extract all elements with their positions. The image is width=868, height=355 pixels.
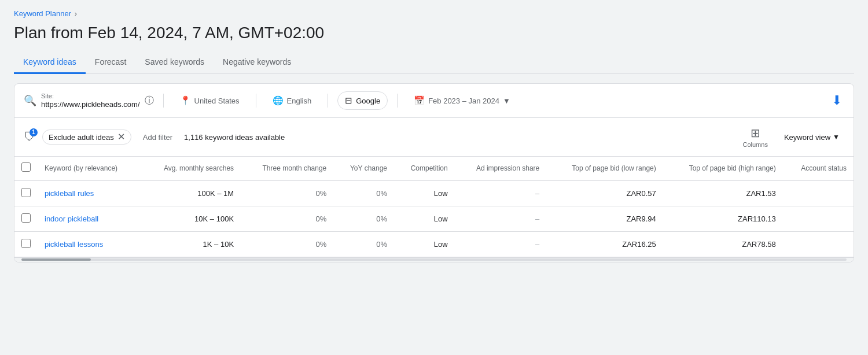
header-keyword: Keyword (by relevance) [38,157,141,180]
search-engine-button[interactable]: ⊟ Google [337,91,388,110]
scrollbar-thumb [21,258,91,261]
exclude-adult-chip[interactable]: Exclude adult ideas ✕ [42,130,131,145]
row-checkbox-cell[interactable] [14,206,38,231]
row-avg-monthly: 1K – 10K [141,231,241,257]
row-checkbox[interactable] [21,188,31,197]
row-checkbox-cell[interactable] [14,180,38,206]
table-row: pickleball lessons 1K – 10K 0% 0% Low – … [14,231,854,257]
separator-4 [397,94,398,108]
row-top-low: ZAR0.57 [546,180,663,206]
row-ad-impression: – [455,180,547,206]
row-top-high: ZAR78.58 [663,231,783,257]
location-label: United States [194,97,240,105]
columns-label: Columns [743,141,768,148]
row-top-low: ZAR9.94 [546,206,663,231]
search-engine-label: Google [356,97,380,105]
site-info: Site: https://www.pickleheads.com/ [41,93,140,109]
header-top-page-low: Top of page bid (low range) [546,157,663,180]
table-row: pickleball rules 100K – 1M 0% 0% Low – Z… [14,180,854,206]
row-yoy: 0% [333,180,394,206]
search-box: 🔍 Site: https://www.pickleheads.com/ ⓘ [24,93,154,109]
row-keyword[interactable]: indoor pickleball [38,206,141,231]
row-account-status [783,231,854,257]
row-account-status [783,206,854,231]
row-top-low: ZAR16.25 [546,231,663,257]
header-avg-monthly: Avg. monthly searches [141,157,241,180]
filter-icon-wrap: ⛉ 1 [24,131,35,144]
columns-button[interactable]: ⊞ Columns [738,124,773,150]
filter-bar: ⛉ 1 Exclude adult ideas ✕ Add filter 1,1… [14,118,854,157]
date-range-label: Feb 2023 – Jan 2024 [428,97,499,105]
keyword-count: 1,116 keyword ideas available [184,133,285,142]
site-url: https://www.pickleheads.com/ [41,100,140,109]
row-competition: Low [394,206,455,231]
select-all-checkbox[interactable] [21,162,31,172]
row-keyword[interactable]: pickleball lessons [38,231,141,257]
location-button[interactable]: 📍 United States [173,92,247,109]
separator-3 [328,94,328,108]
separator-1 [163,94,164,108]
breadcrumb-arrow: › [75,9,77,18]
row-top-high: ZAR1.53 [663,180,783,206]
header-yoy-change: YoY change [333,157,394,180]
row-three-month: 0% [241,231,333,257]
row-ad-impression: – [455,231,547,257]
breadcrumb[interactable]: Keyword Planner › [14,9,854,18]
exclude-adult-label: Exclude adult ideas [49,133,114,142]
breadcrumb-label: Keyword Planner [14,9,71,18]
header-three-month: Three month change [241,157,333,180]
tab-negative-keywords[interactable]: Negative keywords [214,51,300,74]
row-account-status [783,180,854,206]
location-icon: 📍 [180,95,191,106]
row-three-month: 0% [241,206,333,231]
header-ad-impression: Ad impression share [455,157,547,180]
keyword-view-button[interactable]: Keyword view ▼ [779,131,844,144]
table-header-row: Keyword (by relevance) Avg. monthly sear… [14,157,854,180]
keyword-table-wrapper: Keyword (by relevance) Avg. monthly sear… [14,157,854,257]
row-competition: Low [394,180,455,206]
columns-icon: ⊞ [751,126,760,140]
row-checkbox[interactable] [21,239,31,248]
tab-bar: Keyword ideas Forecast Saved keywords Ne… [14,51,854,74]
main-card: 🔍 Site: https://www.pickleheads.com/ ⓘ 📍… [14,83,854,262]
row-competition: Low [394,231,455,257]
date-range-button[interactable]: 📅 Feb 2023 – Jan 2024 ▼ [407,92,517,109]
row-avg-monthly: 10K – 100K [141,206,241,231]
language-button[interactable]: 🌐 English [266,92,319,109]
scrollbar-track [21,258,847,261]
toolbar: 🔍 Site: https://www.pickleheads.com/ ⓘ 📍… [14,84,854,118]
row-yoy: 0% [333,206,394,231]
header-account-status: Account status [783,157,854,180]
exclude-adult-close-icon[interactable]: ✕ [117,132,125,142]
chevron-down-icon: ▼ [503,97,510,105]
download-button[interactable]: ⬇ [829,91,844,110]
scrollbar[interactable] [14,257,854,262]
search-engine-icon: ⊟ [345,95,352,106]
tab-forecast[interactable]: Forecast [86,51,135,74]
keyword-view-chevron-icon: ▼ [833,133,840,141]
row-top-high: ZAR110.13 [663,206,783,231]
table-row: indoor pickleball 10K – 100K 0% 0% Low –… [14,206,854,231]
header-competition: Competition [394,157,455,180]
info-icon[interactable]: ⓘ [145,95,154,107]
language-icon: 🌐 [273,95,284,106]
filter-badge: 1 [30,128,38,136]
row-keyword[interactable]: pickleball rules [38,180,141,206]
keyword-view-label: Keyword view [784,133,830,142]
row-yoy: 0% [333,231,394,257]
row-avg-monthly: 100K – 1M [141,180,241,206]
site-label: Site: [41,93,140,100]
row-ad-impression: – [455,206,547,231]
row-checkbox[interactable] [21,213,31,223]
calendar-icon: 📅 [414,95,425,106]
add-filter-button[interactable]: Add filter [138,131,177,144]
tab-keyword-ideas[interactable]: Keyword ideas [14,51,86,74]
row-three-month: 0% [241,180,333,206]
header-top-page-high: Top of page bid (high range) [663,157,783,180]
header-checkbox[interactable] [14,157,38,180]
row-checkbox-cell[interactable] [14,231,38,257]
page-title: Plan from Feb 14, 2024, 7 AM, GMT+02:00 [14,24,854,42]
separator-2 [256,94,256,108]
tab-saved-keywords[interactable]: Saved keywords [135,51,214,74]
search-icon: 🔍 [24,94,36,107]
